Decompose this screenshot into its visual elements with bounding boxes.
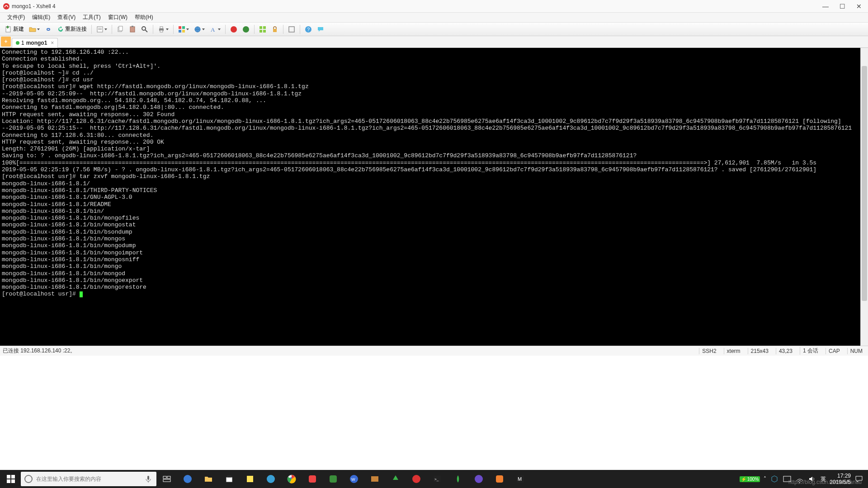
svg-point-62 — [799, 482, 800, 483]
start-button[interactable] — [2, 470, 20, 488]
svg-rect-33 — [11, 475, 15, 479]
copy-icon — [117, 26, 124, 33]
taskbar-app-7[interactable] — [385, 470, 406, 488]
terminal-line: Length: 27612901 (26M) [application/x-ta… — [2, 145, 866, 152]
tray-cube-icon[interactable] — [770, 474, 779, 483]
taskbar-app-3[interactable] — [260, 470, 281, 488]
tray-chevron-up-icon[interactable]: ˄ — [764, 476, 766, 482]
separator — [254, 25, 255, 34]
terminal[interactable]: Connecting to 192.168.126.140 :22...Conn… — [0, 48, 868, 346]
terminal-icon: >_ — [433, 474, 442, 483]
taskbar-app-8[interactable] — [448, 470, 468, 488]
terminal-line: HTTP request sent, awaiting response... … — [2, 111, 866, 118]
connection-status-icon — [16, 41, 19, 45]
status-connection: 已连接 192.168.126.140 :22。 — [3, 347, 75, 355]
tab-close-button[interactable]: × — [51, 40, 54, 46]
xagent-button[interactable] — [228, 24, 240, 35]
window-titlebar: mongo1 - Xshell 4 — ☐ ✕ — [0, 0, 868, 13]
minimize-button[interactable]: — — [822, 3, 829, 10]
taskbar-xshell[interactable] — [406, 470, 427, 488]
properties-button[interactable] — [94, 24, 109, 35]
menu-file[interactable]: 文件(F) — [4, 13, 28, 22]
tab-index: 1 — [21, 40, 24, 46]
sticky-notes-icon — [245, 474, 255, 483]
network-icon[interactable] — [795, 474, 804, 483]
svg-point-57 — [475, 475, 483, 483]
terminal-line: mongodb-linux-i686-1.8.1/bin/mongosniff — [2, 256, 866, 263]
lock-button[interactable] — [269, 24, 281, 35]
toolbar: 新建 重新连接 A ? — [0, 23, 868, 36]
menu-view[interactable]: 查看(V) — [54, 13, 79, 22]
svg-point-23 — [243, 26, 249, 33]
xftp-button[interactable] — [240, 24, 252, 35]
encoding-button[interactable] — [192, 24, 207, 35]
windows-taskbar: 在这里输入你要搜索的内容 W >_ M ⚡100% ˄ 英 17:29 2019… — [0, 470, 868, 488]
taskbar-search[interactable]: 在这里输入你要搜索的内容 — [21, 472, 156, 486]
tile-button[interactable] — [257, 24, 269, 35]
menu-window[interactable]: 窗口(W) — [104, 13, 131, 22]
taskbar-cmd[interactable]: >_ — [427, 470, 448, 488]
svg-rect-28 — [273, 29, 277, 32]
taskbar-app-4[interactable] — [302, 470, 323, 488]
taskbar-wps[interactable]: W — [344, 470, 364, 488]
chrome-icon — [287, 474, 296, 483]
task-view-button[interactable] — [156, 470, 177, 488]
terminal-line: mongodb-linux-i686-1.8.1/bin/mongofiles — [2, 215, 866, 221]
separator — [153, 25, 153, 34]
taskbar-app-2[interactable] — [240, 470, 260, 488]
help-button[interactable]: ? — [302, 24, 314, 35]
tab-mongo1[interactable]: 1 mongo1 × — [12, 38, 58, 48]
reconnect-button[interactable]: 重新连接 — [55, 24, 89, 35]
color-scheme-button[interactable] — [176, 24, 191, 35]
taskbar-app-6[interactable] — [364, 470, 385, 488]
svg-rect-5 — [98, 28, 102, 28]
scrollbar-thumb[interactable] — [862, 66, 867, 301]
close-button[interactable]: ✕ — [856, 3, 862, 10]
open-button[interactable] — [27, 24, 42, 35]
maximize-button[interactable]: ☐ — [840, 3, 845, 10]
new-session-button[interactable]: 新建 — [3, 24, 26, 35]
terminal-line: --2019-05-05 02:25:15-- http://117.128.6… — [2, 125, 866, 131]
font-button[interactable]: A — [208, 24, 223, 35]
terminal-line: Connection established. — [2, 56, 866, 62]
action-center-icon[interactable] — [854, 474, 863, 483]
svg-rect-36 — [147, 476, 149, 480]
separator — [225, 25, 226, 34]
ime-icon[interactable] — [783, 474, 792, 483]
terminal-line: mongodb-linux-i686-1.8.1/ — [2, 180, 866, 187]
print-button[interactable] — [156, 24, 171, 35]
terminal-line: HTTP request sent, awaiting response... … — [2, 139, 866, 145]
terminal-line: 100%[===================================… — [2, 160, 866, 166]
paste-button[interactable] — [127, 24, 138, 35]
battery-percent: 100% — [747, 477, 759, 482]
taskbar-store[interactable] — [219, 470, 240, 488]
ime-lang[interactable]: 英 — [821, 475, 826, 483]
taskbar-chrome[interactable] — [281, 470, 302, 488]
vertical-scrollbar[interactable] — [860, 48, 868, 346]
taskbar-app-5[interactable] — [323, 470, 344, 488]
terminal-line: Location: http://117.128.6.31/cache/fast… — [2, 118, 866, 125]
battery-indicator[interactable]: ⚡100% — [740, 476, 760, 482]
new-tab-button[interactable]: + — [1, 37, 11, 47]
svg-rect-6 — [98, 29, 102, 30]
taskbar-app-9[interactable] — [468, 470, 489, 488]
menu-tools[interactable]: 工具(T) — [79, 13, 104, 22]
terminal-line: 2019-05-05 02:25:19 (7.56 MB/s) - ? . on… — [2, 166, 866, 173]
copy-button[interactable] — [114, 24, 126, 35]
link-button[interactable] — [42, 24, 54, 35]
svg-rect-16 — [179, 26, 181, 29]
volume-icon[interactable] — [808, 474, 817, 483]
feedback-button[interactable] — [315, 24, 326, 35]
taskbar-app-10[interactable] — [489, 470, 510, 488]
svg-point-0 — [3, 3, 9, 9]
fullscreen-button[interactable] — [286, 24, 297, 35]
svg-rect-61 — [783, 476, 791, 482]
menu-help[interactable]: 帮助(H) — [131, 13, 157, 22]
new-session-label: 新建 — [13, 25, 24, 33]
find-button[interactable] — [139, 24, 151, 35]
taskbar-app-11[interactable]: M — [510, 470, 531, 488]
menu-edit[interactable]: 编辑(E) — [28, 13, 54, 22]
taskbar-file-explorer[interactable] — [198, 470, 219, 488]
taskbar-app-1[interactable] — [177, 470, 198, 488]
taskbar-clock[interactable]: 17:29 2019/5/5 — [830, 473, 851, 485]
